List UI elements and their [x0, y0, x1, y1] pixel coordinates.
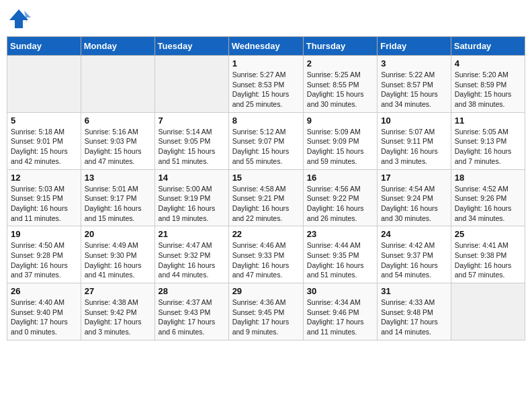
day-number: 5: [11, 116, 77, 126]
day-number: 1: [232, 58, 300, 68]
day-info: Sunrise: 4:42 AM Sunset: 9:37 PM Dayligh…: [381, 240, 447, 280]
calendar-cell: 2Sunrise: 5:25 AM Sunset: 8:55 PM Daylig…: [303, 56, 377, 113]
day-info: Sunrise: 4:46 AM Sunset: 9:33 PM Dayligh…: [232, 240, 300, 280]
day-info: Sunrise: 5:07 AM Sunset: 9:11 PM Dayligh…: [381, 127, 447, 167]
day-info: Sunrise: 4:40 AM Sunset: 9:40 PM Dayligh…: [11, 298, 77, 337]
day-number: 15: [232, 173, 300, 183]
header-thursday: Thursday: [303, 37, 377, 56]
calendar-cell: 31Sunrise: 4:33 AM Sunset: 9:48 PM Dayli…: [378, 283, 451, 340]
day-info: Sunrise: 4:49 AM Sunset: 9:30 PM Dayligh…: [85, 240, 151, 280]
header-monday: Monday: [81, 37, 154, 56]
day-info: Sunrise: 4:54 AM Sunset: 9:24 PM Dayligh…: [381, 184, 447, 224]
day-info: Sunrise: 4:50 AM Sunset: 9:28 PM Dayligh…: [11, 240, 77, 280]
day-info: Sunrise: 5:12 AM Sunset: 9:07 PM Dayligh…: [232, 127, 300, 167]
day-number: 16: [307, 173, 373, 183]
day-info: Sunrise: 4:44 AM Sunset: 9:35 PM Dayligh…: [307, 240, 373, 280]
calendar-cell: 12Sunrise: 5:03 AM Sunset: 9:15 PM Dayli…: [7, 169, 81, 226]
calendar-cell: 16Sunrise: 4:56 AM Sunset: 9:22 PM Dayli…: [303, 169, 377, 226]
calendar-cell: 9Sunrise: 5:09 AM Sunset: 9:09 PM Daylig…: [303, 112, 377, 169]
day-number: 12: [11, 173, 77, 183]
calendar-cell: 21Sunrise: 4:47 AM Sunset: 9:32 PM Dayli…: [154, 226, 228, 283]
day-number: 30: [307, 286, 373, 296]
logo-icon: [7, 7, 31, 31]
day-info: Sunrise: 4:36 AM Sunset: 9:45 PM Dayligh…: [232, 298, 300, 337]
day-info: Sunrise: 5:00 AM Sunset: 9:19 PM Dayligh…: [159, 184, 225, 224]
day-number: 13: [85, 173, 151, 183]
day-number: 25: [455, 229, 521, 239]
day-number: 29: [232, 286, 300, 296]
calendar-cell: 4Sunrise: 5:20 AM Sunset: 8:59 PM Daylig…: [451, 56, 525, 113]
day-number: 19: [11, 229, 77, 239]
day-number: 9: [307, 116, 373, 126]
header-tuesday: Tuesday: [154, 37, 228, 56]
day-info: Sunrise: 5:27 AM Sunset: 8:53 PM Dayligh…: [232, 70, 300, 109]
day-info: Sunrise: 5:22 AM Sunset: 8:57 PM Dayligh…: [381, 70, 447, 109]
calendar-cell: 29Sunrise: 4:36 AM Sunset: 9:45 PM Dayli…: [228, 283, 303, 340]
header-friday: Friday: [378, 37, 451, 56]
day-number: 24: [381, 229, 447, 239]
calendar-cell: 24Sunrise: 4:42 AM Sunset: 9:37 PM Dayli…: [378, 226, 451, 283]
day-info: Sunrise: 5:16 AM Sunset: 9:03 PM Dayligh…: [85, 127, 151, 167]
calendar-header-row: SundayMondayTuesdayWednesdayThursdayFrid…: [7, 37, 525, 56]
day-info: Sunrise: 5:09 AM Sunset: 9:09 PM Dayligh…: [307, 127, 373, 167]
day-number: 14: [159, 173, 225, 183]
calendar-cell: 27Sunrise: 4:38 AM Sunset: 9:42 PM Dayli…: [81, 283, 154, 340]
day-info: Sunrise: 5:05 AM Sunset: 9:13 PM Dayligh…: [455, 127, 521, 167]
day-info: Sunrise: 4:37 AM Sunset: 9:43 PM Dayligh…: [159, 298, 225, 337]
calendar-week-4: 19Sunrise: 4:50 AM Sunset: 9:28 PM Dayli…: [7, 226, 525, 283]
day-info: Sunrise: 4:41 AM Sunset: 9:38 PM Dayligh…: [455, 240, 521, 280]
day-info: Sunrise: 4:52 AM Sunset: 9:26 PM Dayligh…: [455, 184, 521, 224]
calendar-cell: 30Sunrise: 4:34 AM Sunset: 9:46 PM Dayli…: [303, 283, 377, 340]
header-sunday: Sunday: [7, 37, 81, 56]
calendar-cell: 11Sunrise: 5:05 AM Sunset: 9:13 PM Dayli…: [451, 112, 525, 169]
calendar-cell: 1Sunrise: 5:27 AM Sunset: 8:53 PM Daylig…: [228, 56, 303, 113]
day-number: 11: [455, 116, 521, 126]
calendar-cell: 7Sunrise: 5:14 AM Sunset: 9:05 PM Daylig…: [154, 112, 228, 169]
header-saturday: Saturday: [451, 37, 525, 56]
calendar-cell: [7, 56, 81, 113]
day-number: 31: [381, 286, 447, 296]
day-info: Sunrise: 4:47 AM Sunset: 9:32 PM Dayligh…: [159, 240, 225, 280]
calendar-cell: 3Sunrise: 5:22 AM Sunset: 8:57 PM Daylig…: [378, 56, 451, 113]
calendar-week-1: 1Sunrise: 5:27 AM Sunset: 8:53 PM Daylig…: [7, 56, 525, 113]
day-info: Sunrise: 4:34 AM Sunset: 9:46 PM Dayligh…: [307, 298, 373, 337]
day-number: 3: [381, 58, 447, 68]
day-info: Sunrise: 5:14 AM Sunset: 9:05 PM Dayligh…: [159, 127, 225, 167]
calendar-week-5: 26Sunrise: 4:40 AM Sunset: 9:40 PM Dayli…: [7, 283, 525, 340]
day-number: 27: [85, 286, 151, 296]
calendar-cell: 19Sunrise: 4:50 AM Sunset: 9:28 PM Dayli…: [7, 226, 81, 283]
calendar-cell: 28Sunrise: 4:37 AM Sunset: 9:43 PM Dayli…: [154, 283, 228, 340]
calendar-cell: 13Sunrise: 5:01 AM Sunset: 9:17 PM Dayli…: [81, 169, 154, 226]
day-number: 7: [159, 116, 225, 126]
calendar-cell: 14Sunrise: 5:00 AM Sunset: 9:19 PM Dayli…: [154, 169, 228, 226]
calendar-table: SundayMondayTuesdayWednesdayThursdayFrid…: [7, 36, 525, 340]
day-number: 26: [11, 286, 77, 296]
day-info: Sunrise: 5:18 AM Sunset: 9:01 PM Dayligh…: [11, 127, 77, 167]
calendar-cell: 22Sunrise: 4:46 AM Sunset: 9:33 PM Dayli…: [228, 226, 303, 283]
calendar-cell: 20Sunrise: 4:49 AM Sunset: 9:30 PM Dayli…: [81, 226, 154, 283]
calendar-week-2: 5Sunrise: 5:18 AM Sunset: 9:01 PM Daylig…: [7, 112, 525, 169]
day-info: Sunrise: 5:20 AM Sunset: 8:59 PM Dayligh…: [455, 70, 521, 109]
calendar-cell: 17Sunrise: 4:54 AM Sunset: 9:24 PM Dayli…: [378, 169, 451, 226]
day-info: Sunrise: 5:03 AM Sunset: 9:15 PM Dayligh…: [11, 184, 77, 224]
day-info: Sunrise: 4:38 AM Sunset: 9:42 PM Dayligh…: [85, 298, 151, 337]
calendar-cell: 26Sunrise: 4:40 AM Sunset: 9:40 PM Dayli…: [7, 283, 81, 340]
logo: [7, 7, 34, 31]
day-info: Sunrise: 5:01 AM Sunset: 9:17 PM Dayligh…: [85, 184, 151, 224]
day-number: 4: [455, 58, 521, 68]
day-number: 22: [232, 229, 300, 239]
calendar-cell: 18Sunrise: 4:52 AM Sunset: 9:26 PM Dayli…: [451, 169, 525, 226]
calendar-cell: [451, 283, 525, 340]
day-number: 10: [381, 116, 447, 126]
page-header: [7, 7, 525, 31]
calendar-cell: [81, 56, 154, 113]
day-info: Sunrise: 4:33 AM Sunset: 9:48 PM Dayligh…: [381, 298, 447, 337]
calendar-cell: 5Sunrise: 5:18 AM Sunset: 9:01 PM Daylig…: [7, 112, 81, 169]
day-info: Sunrise: 4:58 AM Sunset: 9:21 PM Dayligh…: [232, 184, 300, 224]
day-number: 28: [159, 286, 225, 296]
day-info: Sunrise: 5:25 AM Sunset: 8:55 PM Dayligh…: [307, 70, 373, 109]
day-number: 20: [85, 229, 151, 239]
calendar-cell: 25Sunrise: 4:41 AM Sunset: 9:38 PM Dayli…: [451, 226, 525, 283]
calendar-week-3: 12Sunrise: 5:03 AM Sunset: 9:15 PM Dayli…: [7, 169, 525, 226]
calendar-cell: 15Sunrise: 4:58 AM Sunset: 9:21 PM Dayli…: [228, 169, 303, 226]
